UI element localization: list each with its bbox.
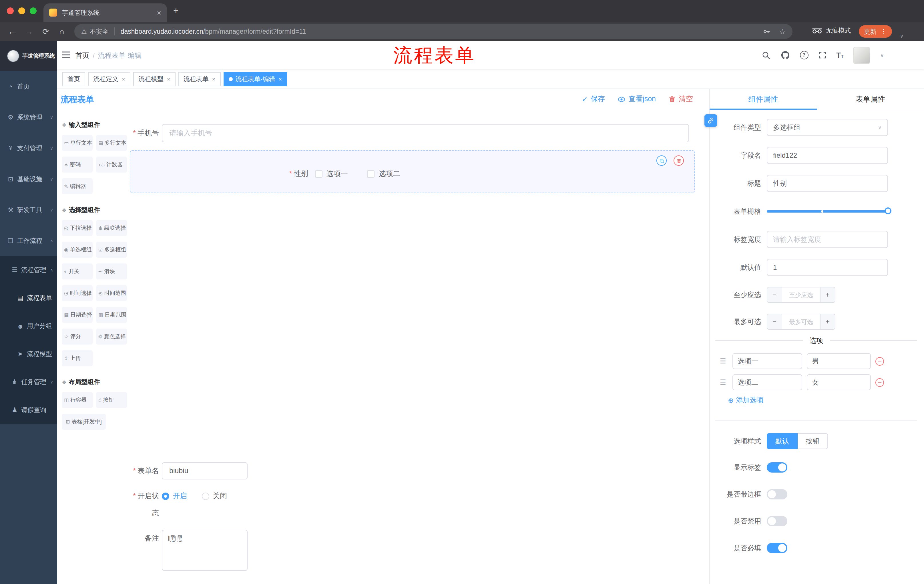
form-name-input[interactable] xyxy=(162,462,248,479)
sidebar-item-system-management[interactable]: ⚙ 系统管理 ∨ xyxy=(0,102,57,133)
component-chip-date-range-picker[interactable]: ▥日期范围 xyxy=(96,307,127,323)
github-icon[interactable] xyxy=(780,50,790,60)
option-1-value-input[interactable] xyxy=(807,353,871,369)
form-remark-textarea[interactable]: 嘿嘿 xyxy=(162,530,248,571)
duplicate-field-button[interactable] xyxy=(657,155,667,166)
component-chip-color-picker[interactable]: ❂颜色选择 xyxy=(96,329,127,345)
checkbox-icon[interactable] xyxy=(367,170,375,178)
component-chip-switch[interactable]: ◐开关 xyxy=(62,263,92,280)
tab-component-props[interactable]: 组件属性 xyxy=(710,89,817,110)
search-icon[interactable] xyxy=(761,51,771,60)
breadcrumb-home[interactable]: 首页 xyxy=(76,51,89,61)
chevron-down-icon[interactable]: ∨ xyxy=(900,34,903,39)
sidebar-logo[interactable]: 芋道管理系统 xyxy=(0,41,57,71)
tab-form-props[interactable]: 表单属性 xyxy=(817,89,924,110)
chrome-update-button[interactable]: 更新 ⋮ xyxy=(859,25,892,38)
tag-home[interactable]: 首页 xyxy=(62,72,85,86)
back-icon[interactable]: ← xyxy=(8,26,16,36)
save-button[interactable]: ✓ 保存 xyxy=(582,94,605,104)
sidebar-item-leave-query[interactable]: ♟ 请假查询 xyxy=(0,396,57,424)
option-2-value-input[interactable] xyxy=(807,374,871,390)
sidebar-item-infrastructure[interactable]: ⊡ 基础设施 ∨ xyxy=(0,163,57,194)
max-select-input[interactable] xyxy=(782,314,820,329)
sidebar-item-process-model[interactable]: ➤ 流程模型 xyxy=(0,340,57,368)
tag-process-model[interactable]: 流程模型 × xyxy=(133,72,175,86)
sidebar-item-workflow[interactable]: ❏ 工作流程 ∧ xyxy=(0,225,57,256)
component-chip-time-range-picker[interactable]: ◴时间范围 xyxy=(96,285,127,301)
radio-off-icon[interactable] xyxy=(202,492,209,500)
drag-handle-icon[interactable]: ☰ xyxy=(720,378,728,386)
tag-process-form-edit[interactable]: 流程表单-编辑 × xyxy=(223,72,287,86)
component-chip-time-picker[interactable]: ◷时间选择 xyxy=(62,285,92,301)
phone-input[interactable] xyxy=(162,124,689,142)
style-button-button[interactable]: 按钮 xyxy=(798,433,828,449)
new-tab-button[interactable]: + xyxy=(173,5,179,17)
zoom-window-button[interactable] xyxy=(30,7,36,14)
field-phone[interactable]: *手机号 xyxy=(127,124,709,142)
tag-process-form[interactable]: 流程表单 × xyxy=(178,72,220,86)
add-option-button[interactable]: ⊕ 添加选项 xyxy=(728,395,917,405)
sidebar-item-task-management[interactable]: ⋔ 任务管理 ∨ xyxy=(0,368,57,396)
close-window-button[interactable] xyxy=(7,7,14,14)
grid-slider[interactable] xyxy=(767,210,888,212)
option-1-label-input[interactable] xyxy=(733,353,802,369)
sidebar-item-payment-management[interactable]: ¥ 支付管理 ∨ xyxy=(0,133,57,163)
tag-close-icon[interactable]: × xyxy=(279,76,282,82)
component-chip-rate[interactable]: ☆评分 xyxy=(62,329,92,345)
view-json-button[interactable]: 查看json xyxy=(617,94,656,104)
style-default-button[interactable]: 默认 xyxy=(767,433,798,449)
radio-off-label[interactable]: 关闭 xyxy=(213,491,227,501)
option-2-label-input[interactable] xyxy=(733,374,802,390)
component-chip-checkbox-group[interactable]: ☑多选框组 xyxy=(96,242,127,258)
checkbox-option-one[interactable]: 选项一 xyxy=(315,169,348,179)
disabled-toggle[interactable] xyxy=(767,516,787,526)
hamburger-icon[interactable] xyxy=(62,51,71,59)
component-chip-slider[interactable]: ⊸滑块 xyxy=(96,263,127,280)
component-chip-cascader[interactable]: ⋔级联选择 xyxy=(96,220,127,236)
clear-button[interactable]: 清空 xyxy=(668,94,693,104)
tag-close-icon[interactable]: × xyxy=(212,76,215,82)
component-type-select[interactable]: 多选框组 ∨ xyxy=(767,119,888,136)
password-key-icon[interactable] xyxy=(763,28,771,35)
remove-option-icon[interactable]: − xyxy=(875,378,884,387)
avatar-caret-icon[interactable]: ∨ xyxy=(880,52,884,58)
component-chip-select[interactable]: ◎下拉选择 xyxy=(62,220,92,236)
minimize-window-button[interactable] xyxy=(18,7,25,14)
component-chip-upload[interactable]: ↥上传 xyxy=(62,350,92,366)
component-chip-counter[interactable]: 123计数器 xyxy=(96,156,127,173)
form-canvas[interactable]: *手机号 xyxy=(127,110,709,584)
component-chip-row-container[interactable]: ◫行容器 xyxy=(62,392,92,408)
default-value-input[interactable] xyxy=(767,259,888,276)
minus-icon[interactable]: − xyxy=(767,314,782,329)
radio-on-icon[interactable] xyxy=(162,492,169,500)
sidebar-item-process-management[interactable]: ☰ 流程管理 ∧ xyxy=(0,256,57,284)
component-chip-password[interactable]: ∗密码 xyxy=(62,156,92,173)
tag-close-icon[interactable]: × xyxy=(122,76,125,82)
delete-field-button[interactable] xyxy=(673,155,684,166)
component-chip-radio-group[interactable]: ◉单选框组 xyxy=(62,242,92,258)
security-warning-icon[interactable]: ⚠ xyxy=(81,28,87,35)
plus-icon[interactable]: + xyxy=(820,314,835,329)
border-toggle[interactable] xyxy=(767,489,787,499)
tab-close-icon[interactable]: × xyxy=(157,8,161,17)
help-icon[interactable]: ? xyxy=(800,51,808,59)
sidebar-item-process-form[interactable]: ▤ 流程表单 xyxy=(0,284,57,312)
radio-on-label[interactable]: 开启 xyxy=(173,491,187,501)
checkbox-icon[interactable] xyxy=(315,170,322,178)
field-name-input[interactable] xyxy=(767,147,888,164)
drag-handle-icon[interactable]: ☰ xyxy=(720,357,728,365)
browser-tab[interactable]: 芋道管理系统 × xyxy=(43,3,167,22)
remove-option-icon[interactable]: − xyxy=(875,357,884,365)
link-button[interactable] xyxy=(705,114,717,127)
plus-icon[interactable]: + xyxy=(820,288,835,302)
component-chip-table[interactable]: ⊞表格[开发中] xyxy=(62,414,106,430)
minus-icon[interactable]: − xyxy=(767,288,782,302)
component-chip-button[interactable]: ☝按钮 xyxy=(96,392,127,408)
tag-process-definition[interactable]: 流程定义 × xyxy=(88,72,130,86)
slider-handle[interactable] xyxy=(884,207,891,214)
show-label-toggle[interactable] xyxy=(767,462,787,472)
component-chip-date-picker[interactable]: ▦日期选择 xyxy=(62,307,92,323)
fullscreen-icon[interactable] xyxy=(818,51,827,59)
browser-menu-icon[interactable]: ⋮ xyxy=(880,28,887,35)
tag-close-icon[interactable]: × xyxy=(167,76,170,82)
